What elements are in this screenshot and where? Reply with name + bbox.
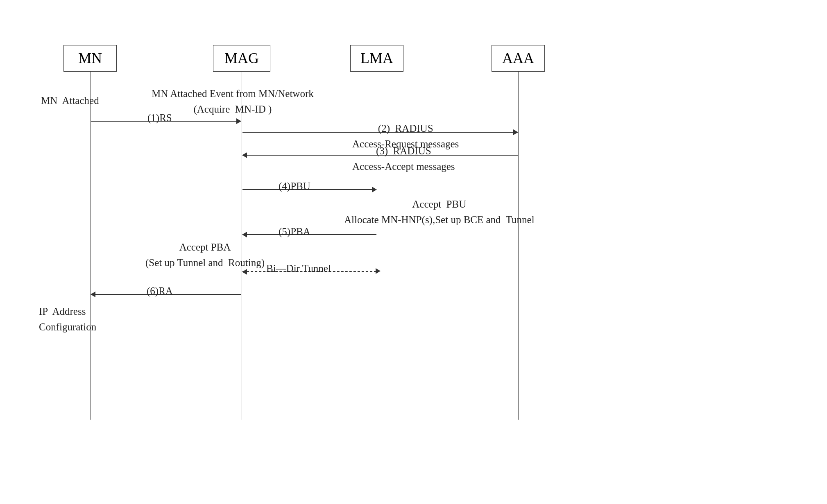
label-radius-acc: (3) RADIUSAccess-Accept messages [352, 143, 455, 174]
accept-pba-label: Accept PBA(Set up Tunnel and Routing) [145, 240, 265, 270]
label-bidir: Bi—Dir Tunnel [266, 261, 331, 276]
entity-MAG: MAG [213, 45, 270, 72]
label-pba: (5)PBA [279, 224, 310, 239]
entity-LMA-label: LMA [360, 50, 393, 66]
entity-MN-label: MN [78, 50, 102, 66]
entity-AAA: AAA [492, 45, 545, 72]
arrow-bidir-right-head [376, 268, 381, 274]
diagram-container: MN MAG LMA AAA MN Attached MN Attached E… [0, 0, 827, 504]
accept-pbu-label: Accept PBUAllocate MN-HNP(s),Set up BCE … [344, 197, 535, 227]
entity-LMA: LMA [350, 45, 403, 72]
mn-attached-label: MN Attached [41, 93, 99, 108]
label-ra: (6)RA [147, 284, 173, 298]
entity-AAA-label: AAA [502, 50, 534, 66]
entity-MAG-label: MAG [224, 50, 259, 66]
lifeline-AAA [518, 72, 519, 420]
label-rs: (1)RS [147, 111, 172, 125]
lifeline-MN [90, 72, 91, 420]
mn-attached-event-label: MN Attached Event from MN/Network(Acquir… [152, 86, 314, 117]
ip-address-label: IP AddressConfiguration [39, 304, 96, 334]
entity-MN: MN [63, 45, 117, 72]
label-pbu: (4)PBU [279, 179, 310, 193]
